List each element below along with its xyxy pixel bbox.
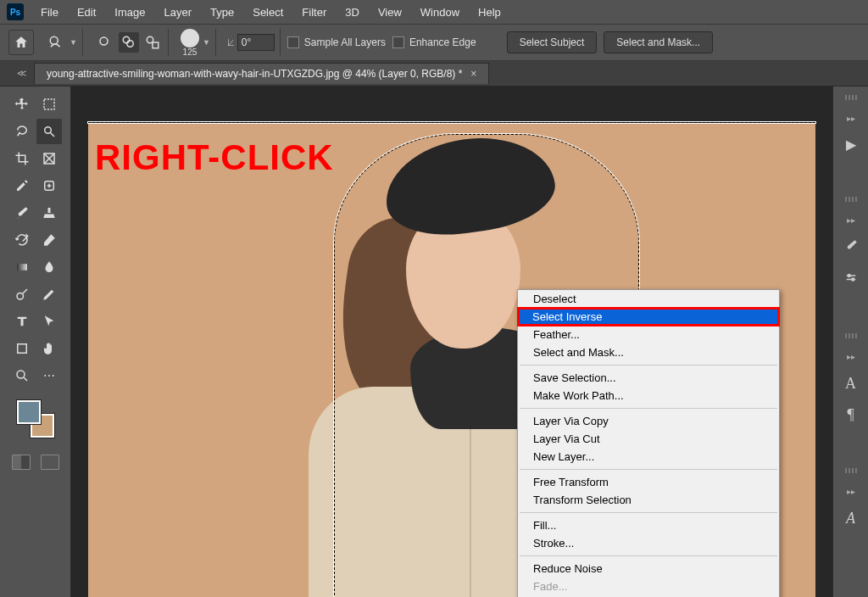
chevron-right-icon[interactable]: ▸▸ (847, 487, 855, 496)
subject-hat (379, 128, 559, 244)
foreground-color-swatch[interactable] (17, 400, 41, 424)
dock-handle-icon[interactable] (839, 468, 863, 473)
healing-brush-tool[interactable] (36, 173, 62, 198)
path-selection-tool[interactable] (36, 309, 62, 334)
svg-point-0 (50, 36, 58, 44)
context-menu-item-free-transform[interactable]: Free Transform (518, 473, 779, 491)
context-menu-item-layer-via-cut[interactable]: Layer Via Cut (518, 430, 779, 448)
marquee-tool[interactable] (36, 92, 62, 117)
angle-input[interactable] (237, 34, 275, 51)
lasso-tool[interactable] (9, 119, 35, 144)
context-menu-item-stroke[interactable]: Stroke... (518, 534, 779, 552)
chevron-down-icon[interactable]: ▼ (203, 38, 210, 47)
annotation-text: RIGHT-CLICK (95, 137, 334, 178)
shape-tool[interactable] (9, 336, 35, 361)
move-tool[interactable] (9, 92, 35, 117)
history-brush-tool[interactable] (9, 227, 35, 253)
select-subject-button[interactable]: Select Subject (507, 31, 598, 53)
menu-filter[interactable]: Filter (293, 3, 335, 21)
menu-window[interactable]: Window (412, 3, 468, 21)
chevron-right-icon[interactable]: ▸▸ (847, 352, 855, 361)
character-panel-icon[interactable]: A (845, 375, 856, 393)
frame-tool[interactable] (36, 146, 62, 171)
right-panel-dock: ▸▸ ▶ ▸▸ ▸▸ A ¶ ▸▸ A (832, 86, 868, 597)
menu-view[interactable]: View (370, 3, 410, 21)
context-menu-item-select-and-mask[interactable]: Select and Mask... (518, 343, 779, 361)
add-selection-icon[interactable] (119, 32, 139, 53)
menu-file[interactable]: File (32, 3, 67, 21)
paragraph-panel-icon[interactable]: ¶ (847, 406, 854, 424)
brush-panel-icon[interactable] (843, 238, 859, 257)
brush-settings-icon[interactable] (843, 271, 859, 289)
dodge-tool[interactable] (9, 282, 35, 307)
svg-point-14 (848, 275, 850, 277)
document-tab-title: young-attractive-smiling-woman-with-wavy… (47, 68, 462, 80)
eraser-tool[interactable] (36, 227, 62, 253)
brush-tool[interactable] (9, 200, 35, 226)
dock-handle-icon[interactable] (839, 197, 863, 202)
menu-layer[interactable]: Layer (156, 3, 201, 21)
context-menu-item-feather[interactable]: Feather... (518, 326, 779, 343)
canvas-area[interactable]: RIGHT-CLICK DeselectSelect InverseFeathe… (71, 86, 832, 597)
gradient-tool[interactable] (9, 254, 35, 280)
dock-handle-icon[interactable] (839, 333, 863, 338)
svg-point-2 (123, 36, 130, 43)
subtract-selection-icon[interactable] (142, 32, 163, 53)
type-tool[interactable] (9, 309, 35, 334)
context-menu-item-transform-selection[interactable]: Transform Selection (518, 491, 779, 509)
tool-preset-icon[interactable] (46, 32, 66, 53)
context-menu-item-select-inverse[interactable]: Select Inverse (517, 307, 780, 326)
tab-scroll-left-icon[interactable]: ≪ (10, 68, 34, 79)
clone-stamp-tool[interactable] (36, 200, 62, 226)
select-and-mask-button[interactable]: Select and Mask... (604, 31, 713, 53)
new-selection-icon[interactable] (95, 32, 115, 53)
color-swatches[interactable] (17, 400, 54, 438)
quick-mask-icon[interactable] (12, 455, 31, 470)
tools-panel: ⋯ (0, 86, 71, 597)
context-menu-separator (520, 469, 777, 470)
home-button[interactable] (8, 30, 34, 55)
close-icon[interactable]: × (470, 68, 476, 80)
svg-point-13 (17, 371, 25, 378)
menu-3d[interactable]: 3D (337, 3, 368, 21)
context-menu-item-deselect[interactable]: Deselect (518, 290, 779, 308)
context-menu-item-save-selection[interactable]: Save Selection... (518, 369, 779, 387)
menu-type[interactable]: Type (202, 3, 242, 21)
crop-tool[interactable] (9, 146, 35, 171)
zoom-tool[interactable] (9, 363, 35, 388)
hand-tool[interactable] (36, 336, 62, 361)
chevron-right-icon[interactable]: ▸▸ (847, 215, 855, 225)
quick-selection-tool[interactable] (36, 119, 62, 144)
play-icon[interactable]: ▶ (846, 137, 856, 153)
screen-mode-icon[interactable] (41, 455, 59, 470)
glyphs-panel-icon[interactable]: A (846, 510, 855, 527)
context-menu-item-fill[interactable]: Fill... (518, 516, 779, 534)
options-bar: ▼ 125 ▼ ⟀ Sample All Layers Enhance Edge… (0, 24, 868, 61)
context-menu-item-layer-via-copy[interactable]: Layer Via Copy (518, 412, 779, 430)
context-menu-separator (520, 365, 777, 365)
svg-point-1 (100, 37, 108, 45)
menu-help[interactable]: Help (470, 3, 509, 21)
edit-toolbar[interactable]: ⋯ (36, 363, 62, 388)
context-menu-item-reduce-noise[interactable]: Reduce Noise (518, 560, 779, 577)
menu-edit[interactable]: Edit (69, 3, 104, 21)
context-menu-separator (520, 408, 777, 409)
pen-tool[interactable] (36, 282, 62, 307)
document-tab[interactable]: young-attractive-smiling-woman-with-wavy… (34, 63, 489, 84)
enhance-edge-checkbox[interactable] (392, 36, 404, 48)
dock-handle-icon[interactable] (839, 95, 863, 100)
context-menu: DeselectSelect InverseFeather...Select a… (517, 289, 780, 597)
context-menu-item-fade: Fade... (518, 577, 779, 595)
menu-select[interactable]: Select (244, 3, 292, 21)
context-menu-item-make-work-path[interactable]: Make Work Path... (518, 387, 779, 405)
brush-preview[interactable]: 125 (181, 29, 199, 57)
menu-image[interactable]: Image (106, 3, 153, 21)
blur-tool[interactable] (36, 254, 62, 280)
sample-all-layers-checkbox[interactable] (287, 36, 299, 48)
chevron-right-icon[interactable]: ▸▸ (847, 114, 855, 123)
brush-circle-icon (181, 29, 199, 47)
app-logo: Ps (7, 3, 24, 20)
eyedropper-tool[interactable] (9, 173, 35, 198)
context-menu-item-new-layer[interactable]: New Layer... (518, 448, 779, 466)
chevron-down-icon[interactable]: ▼ (70, 38, 77, 47)
